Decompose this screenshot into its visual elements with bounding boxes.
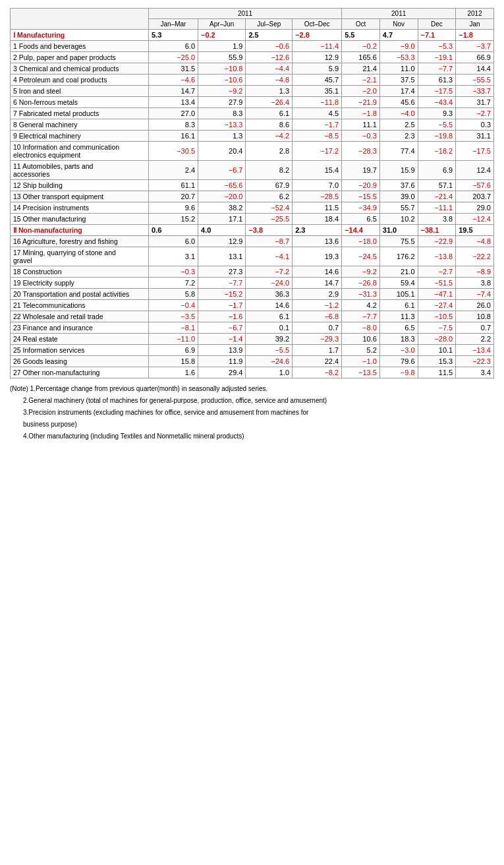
cell-value: −0.6 xyxy=(246,41,293,52)
cell-value: 6.2 xyxy=(246,191,293,202)
cell-value: −13.8 xyxy=(418,247,456,266)
cell-value: 21.0 xyxy=(379,266,418,278)
cell-value: −7.7 xyxy=(418,63,456,75)
cell-value: −27.4 xyxy=(418,300,456,311)
cell-value: 4.7 xyxy=(379,30,418,41)
cell-value: 29.0 xyxy=(456,202,494,214)
cell-value: 1.6 xyxy=(149,367,198,378)
header-dec: Dec xyxy=(418,19,456,30)
cell-value: −0.3 xyxy=(342,131,380,142)
row-label: 20 Transportation and postal activities xyxy=(11,289,149,300)
cell-value: 79.6 xyxy=(379,356,418,367)
cell-value: −21.9 xyxy=(342,97,380,108)
cell-value: −10.6 xyxy=(198,75,246,86)
row-label: 26 Goods leasing xyxy=(11,356,149,367)
cell-value: −10.8 xyxy=(198,63,246,75)
cell-value: −1.7 xyxy=(198,300,246,311)
cell-value: 15.9 xyxy=(379,161,418,180)
cell-value: 19.5 xyxy=(456,225,494,236)
cell-value: 59.4 xyxy=(379,278,418,289)
header-2011: 2011 xyxy=(149,9,342,19)
cell-value: −20.9 xyxy=(342,180,380,191)
cell-value: 13.4 xyxy=(149,97,198,108)
row-label: 3 Chemical and chemical products xyxy=(11,63,149,75)
cell-value: 2.8 xyxy=(246,142,293,161)
cell-value: 31.5 xyxy=(149,63,198,75)
cell-value: 165.6 xyxy=(342,52,380,63)
cell-value: −12.4 xyxy=(456,214,494,225)
row-label: 16 Agriculture, forestry and fishing xyxy=(11,236,149,247)
cell-value: 37.6 xyxy=(379,180,418,191)
cell-value: −7.5 xyxy=(418,322,456,334)
cell-value: 10.2 xyxy=(379,214,418,225)
cell-value: −24.5 xyxy=(342,247,380,266)
row-label: 5 Iron and steel xyxy=(11,86,149,97)
row-label: 10 Information and communicationelectron… xyxy=(11,142,149,161)
cell-value: 45.7 xyxy=(293,75,342,86)
cell-value: 17.4 xyxy=(379,86,418,97)
cell-value: −0.2 xyxy=(198,30,246,41)
row-label: 4 Petroleum and coal products xyxy=(11,75,149,86)
cell-value: 11.5 xyxy=(293,202,342,214)
cell-value: 6.9 xyxy=(149,345,198,356)
cell-value: −28.0 xyxy=(418,334,456,345)
cell-value: −28.3 xyxy=(342,142,380,161)
cell-value: 1.9 xyxy=(198,41,246,52)
cell-value: 13.9 xyxy=(198,345,246,356)
cell-value: 4.0 xyxy=(198,225,246,236)
cell-value: −5.5 xyxy=(418,119,456,131)
cell-value: −7.1 xyxy=(418,30,456,41)
cell-value: 77.4 xyxy=(379,142,418,161)
cell-value: 6.5 xyxy=(342,214,380,225)
row-label: 25 Information services xyxy=(11,345,149,356)
cell-value: 8.6 xyxy=(246,119,293,131)
cell-value: 5.9 xyxy=(293,63,342,75)
cell-value: 57.1 xyxy=(418,180,456,191)
cell-value: −17.5 xyxy=(456,142,494,161)
cell-value: −15.5 xyxy=(342,191,380,202)
cell-value: 3.8 xyxy=(456,278,494,289)
cell-value: −18.0 xyxy=(342,236,380,247)
cell-value: 4.2 xyxy=(342,300,380,311)
header-nov: Nov xyxy=(379,19,418,30)
cell-value: −8.7 xyxy=(246,236,293,247)
cell-value: 12.9 xyxy=(198,236,246,247)
row-label: 11 Automobiles, parts andaccessories xyxy=(11,161,149,180)
cell-value: 2.3 xyxy=(293,225,342,236)
cell-value: −11.8 xyxy=(293,97,342,108)
cell-value: −25.0 xyxy=(149,52,198,63)
cell-value: 6.1 xyxy=(246,311,293,322)
cell-value: 8.2 xyxy=(246,161,293,180)
cell-value: 0.7 xyxy=(293,322,342,334)
row-label: 15 Other manufacturing xyxy=(11,214,149,225)
cell-value: 31.0 xyxy=(379,225,418,236)
cell-value: −8.0 xyxy=(342,322,380,334)
row-label: 22 Wholesale and retail trade xyxy=(11,311,149,322)
cell-value: −9.8 xyxy=(379,367,418,378)
cell-value: −9.0 xyxy=(379,41,418,52)
cell-value: 18.3 xyxy=(379,334,418,345)
header-2011b: 2011 xyxy=(342,9,456,19)
cell-value: −57.6 xyxy=(456,180,494,191)
cell-value: −3.7 xyxy=(456,41,494,52)
cell-value: 6.0 xyxy=(149,41,198,52)
cell-value: 26.0 xyxy=(456,300,494,311)
cell-value: −14.4 xyxy=(342,225,380,236)
cell-value: 3.1 xyxy=(149,247,198,266)
row-label: 24 Real estate xyxy=(11,334,149,345)
cell-value: −51.5 xyxy=(418,278,456,289)
cell-value: 6.1 xyxy=(246,108,293,119)
cell-value: −0.2 xyxy=(342,41,380,52)
cell-value: 18.4 xyxy=(293,214,342,225)
cell-value: 6.1 xyxy=(379,300,418,311)
cell-value: 0.1 xyxy=(246,322,293,334)
cell-value: −0.4 xyxy=(149,300,198,311)
cell-value: −25.5 xyxy=(246,214,293,225)
cell-value: 10.6 xyxy=(342,334,380,345)
cell-value: −0.3 xyxy=(149,266,198,278)
cell-value: −1.2 xyxy=(293,300,342,311)
cell-value: 2.4 xyxy=(149,161,198,180)
main-table: 2011 2011 2012 Jan–Mar Apr–Jun Jul–Sep O… xyxy=(10,8,494,378)
row-label: 18 Construction xyxy=(11,266,149,278)
cell-value: −22.2 xyxy=(456,247,494,266)
